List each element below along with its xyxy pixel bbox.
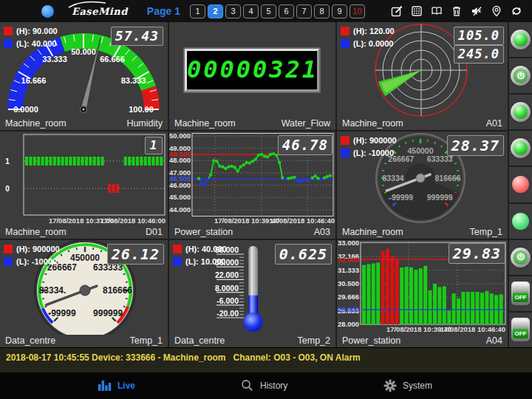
low-limit-swatch: [341, 39, 349, 48]
panel-waterflow-lcd[interactable]: 00000321Machine_roomWater_Flow: [169, 22, 335, 130]
digital-display: 46.78: [278, 135, 332, 155]
location-icon[interactable]: [491, 5, 502, 17]
svg-text:32.000: 32.000: [338, 256, 359, 264]
low-limit-row: (L): -10000: [341, 148, 397, 158]
page-button-5[interactable]: 5: [261, 4, 276, 18]
side-cell: OFF: [509, 313, 532, 347]
panel-a01-radar[interactable]: 105.0245.0(H): 120.00(L): 0.0000Machine_…: [337, 22, 508, 130]
channel-label: A04: [486, 335, 502, 346]
svg-text:816666: 816666: [434, 174, 460, 183]
green-lamp-icon: [514, 141, 528, 155]
high-limit-label: (H): 900000: [353, 136, 397, 145]
side-cell: [509, 131, 532, 166]
low-limit-label: (L): -10000: [16, 257, 57, 266]
power-icon: [514, 69, 528, 83]
alarm-status-bar[interactable]: 2018-08-17 10:45:55 Device: 333666 - Mac…: [0, 347, 532, 372]
svg-text:0.0000: 0.0000: [13, 105, 38, 114]
side-cell: [509, 167, 532, 202]
power-button[interactable]: [511, 66, 531, 86]
power-icon: [514, 250, 528, 265]
rocker-switch-off[interactable]: OFF: [511, 318, 530, 341]
digital-display: 0.625: [275, 244, 332, 265]
page-label: Page 1: [147, 5, 180, 17]
panel-humidity-gauge[interactable]: 0.000016.66633.33350.00066.66683.333100.…: [0, 22, 168, 130]
svg-text:-99999: -99999: [389, 193, 413, 202]
page-button-7[interactable]: 7: [296, 4, 312, 18]
switch-rocker: [513, 283, 528, 293]
digital-display: 57.43: [111, 27, 163, 46]
svg-text:44.000: 44.000: [169, 205, 191, 214]
page-button-4[interactable]: 4: [243, 4, 259, 18]
svg-text:28.900: 28.900: [338, 305, 359, 313]
svg-text:-20.00: -20.00: [216, 309, 239, 318]
panel-d01-history[interactable]: 1017/08/2018 10:37:0017/08/2018 10:46:00…: [0, 132, 168, 239]
nav-system[interactable]: System: [383, 372, 432, 399]
svg-text:999999: 999999: [93, 308, 123, 318]
device-label: Machine_room: [342, 118, 403, 129]
svg-text:31.333: 31.333: [338, 266, 359, 274]
svg-text:66.666: 66.666: [100, 55, 125, 64]
top-bar: EaseMind Page 1 12345678910: [0, 0, 532, 22]
svg-text:83334: 83334: [382, 174, 403, 183]
high-limit-swatch: [4, 27, 13, 35]
logo: EaseMind: [72, 6, 128, 17]
panel-temp1-gauge-dark[interactable]: -999998333426666745000063333381666699999…: [337, 132, 508, 239]
channel-label: Humidity: [126, 118, 163, 129]
digital-display: 105.0: [454, 27, 504, 45]
book-icon[interactable]: [431, 5, 443, 17]
nav-live[interactable]: Live: [98, 372, 135, 399]
toolbar-icons: [391, 0, 522, 22]
nav-label: Live: [117, 381, 135, 391]
hl-legend: (H): 40.000(L): 10.000: [173, 244, 227, 269]
bottom-nav: LiveHistorySystem: [0, 372, 532, 399]
power-button[interactable]: [511, 248, 531, 267]
page-button-8[interactable]: 8: [314, 4, 330, 18]
page-button-3[interactable]: 3: [225, 4, 241, 18]
page-button-6[interactable]: 6: [279, 4, 294, 18]
panel-temp1-gauge-light[interactable]: -9999983334.2666674500006333338166669999…: [0, 240, 168, 347]
channel-label: Temp_1: [470, 227, 502, 237]
channel-label: A01: [486, 118, 502, 129]
switch-state-label: OFF: [513, 293, 528, 302]
indicator-lamp-button[interactable]: [511, 138, 531, 158]
app-menu-dot[interactable]: [41, 5, 54, 18]
mute-icon[interactable]: [471, 5, 482, 17]
indicator-lamp-button[interactable]: [511, 102, 531, 122]
rocker-switch-off[interactable]: OFF: [511, 282, 530, 305]
page-button-9[interactable]: 9: [332, 4, 347, 18]
page-button-1[interactable]: 1: [190, 4, 205, 18]
panel-temp2-thermometer[interactable]: 50.00036.00022.0008.0000-6.000-20.000.62…: [169, 240, 335, 347]
high-limit-row: (H): 900000: [4, 244, 60, 254]
nav-history[interactable]: History: [241, 372, 287, 399]
side-cell: [509, 58, 532, 93]
device-label: Power_station: [174, 227, 233, 237]
channel-label: A03: [314, 227, 330, 237]
low-limit-label: (L): 0.0000: [353, 39, 393, 48]
svg-text:816666: 816666: [103, 285, 132, 296]
side-cell: [509, 204, 532, 239]
low-limit-row: (L): 0.0000: [341, 38, 395, 49]
panel-a03-trend[interactable]: 50.00049.00048.00047.00046.00045.00044.0…: [169, 132, 335, 239]
compose-icon[interactable]: [391, 5, 403, 17]
keypad-icon[interactable]: [411, 5, 423, 17]
indicator-lamp-button[interactable]: [511, 30, 531, 50]
lcd-display: 00000321: [185, 49, 319, 92]
red-lamp-button[interactable]: [512, 176, 529, 193]
green-lamp-button[interactable]: [512, 213, 529, 230]
hl-legend: (H): 90.000(L): 40.000: [4, 26, 58, 51]
high-limit-row: (H): 40.000: [173, 244, 227, 254]
search-icon: [241, 379, 254, 392]
svg-text:50.000: 50.000: [169, 132, 191, 140]
low-limit-swatch: [4, 39, 13, 48]
panel-a04-bars[interactable]: 33.00032.16631.33330.50029.66628.83328.0…: [337, 240, 508, 347]
page-button-2[interactable]: 2: [208, 4, 223, 18]
svg-text:-6.000: -6.000: [216, 296, 239, 305]
sync-icon[interactable]: [511, 5, 522, 17]
high-limit-swatch: [4, 245, 13, 253]
trash-icon[interactable]: [451, 5, 463, 17]
device-label: Data_centre: [174, 335, 225, 346]
svg-text:100.00: 100.00: [129, 105, 154, 114]
low-limit-swatch: [4, 257, 13, 266]
page-button-10[interactable]: 10: [349, 4, 365, 18]
gear-icon: [383, 379, 397, 392]
